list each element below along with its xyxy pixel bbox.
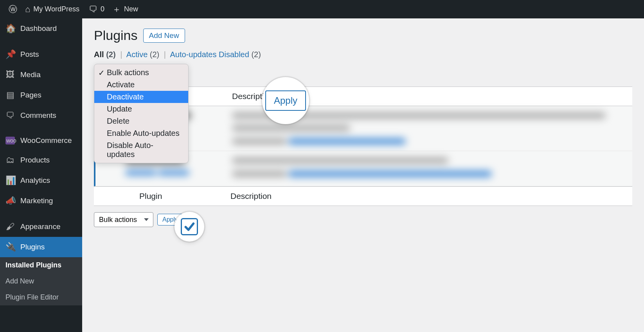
filter-active[interactable]: Active (2) (126, 50, 159, 59)
sidebar-item-label: Comments (20, 111, 56, 120)
bulk-actions-select-bottom[interactable]: Bulk actions (94, 212, 153, 227)
submenu-installed-plugins[interactable]: Installed Plugins (0, 257, 82, 273)
sidebar-item-marketing[interactable]: 📣Marketing (0, 191, 82, 211)
filter-auto-updates[interactable]: Auto-updates Disabled (2) (170, 50, 261, 59)
bottom-bulk-bar: Bulk actions Apply (94, 212, 632, 227)
bulk-option-deactivate[interactable]: Deactivate (94, 91, 188, 103)
bulk-actions-dropdown-open[interactable]: Bulk actions Activate Deactivate Update … (94, 64, 189, 163)
pin-icon: 📌 (5, 49, 15, 60)
bulk-option-activate[interactable]: Activate (94, 79, 188, 91)
sidebar-item-plugins[interactable]: 🔌Plugins (0, 237, 82, 257)
page-icon: ▤ (5, 90, 15, 100)
megaphone-icon: 📣 (5, 196, 15, 206)
sidebar-item-label: WooCommerce (20, 136, 72, 145)
apply-button-bottom[interactable]: Apply (157, 214, 183, 226)
wp-logo[interactable]: ⓦ (5, 0, 21, 18)
sidebar-item-label: Analytics (20, 176, 50, 185)
filter-tabs: All (2) | Active (2) | Auto-updates Disa… (94, 50, 632, 59)
plus-icon: ＋ (112, 4, 121, 15)
media-icon: 🖼 (5, 70, 15, 80)
new-link[interactable]: ＋New (108, 0, 142, 18)
comment-icon: 🗨 (5, 110, 15, 121)
sidebar-item-analytics[interactable]: 📊Analytics (0, 170, 82, 191)
sidebar-item-pages[interactable]: ▤Pages (0, 85, 82, 105)
sidebar-item-posts[interactable]: 📌Posts (0, 44, 82, 65)
sidebar-item-label: Dashboard (20, 24, 57, 33)
plugins-submenu: Installed Plugins Add New Plugin File Ed… (0, 257, 82, 305)
comment-count: 0 (101, 5, 104, 13)
bulk-option-update[interactable]: Update (94, 103, 188, 115)
col-description: Description (230, 191, 625, 201)
add-new-button[interactable]: Add New (143, 29, 185, 43)
analytics-icon: 📊 (5, 175, 15, 186)
bulk-option-disable-auto[interactable]: Disable Auto-updates (94, 139, 188, 161)
plug-icon: 🔌 (5, 242, 15, 252)
comment-icon: 🗨 (89, 4, 97, 14)
bulk-option-delete[interactable]: Delete (94, 115, 188, 127)
sidebar-item-label: Media (20, 70, 41, 79)
table-footer: Plugin Description (94, 186, 632, 206)
site-name: My WordPress (33, 5, 79, 13)
sidebar-item-label: Products (20, 156, 50, 164)
sidebar-item-label: Plugins (20, 243, 45, 251)
col-plugin: Plugin (124, 191, 219, 201)
sidebar-item-comments[interactable]: 🗨Comments (0, 105, 82, 126)
sidebar-item-appearance[interactable]: 🖌Appearance (0, 217, 82, 237)
sidebar-item-woocommerce[interactable]: wooWooCommerce (0, 131, 82, 150)
sidebar-item-dashboard[interactable]: 🏠Dashboard (0, 18, 82, 39)
sidebar-item-label: Posts (20, 50, 39, 59)
new-label: New (124, 5, 138, 13)
sidebar-item-media[interactable]: 🖼Media (0, 65, 82, 85)
bulk-option-enable-auto[interactable]: Enable Auto-updates (94, 127, 188, 139)
admin-topbar: ⓦ ⌂My WordPress 🗨0 ＋New (0, 0, 644, 18)
brush-icon: 🖌 (5, 222, 15, 232)
filter-all[interactable]: All (2) (94, 50, 116, 59)
main-content: Plugins Add New All (2) | Active (2) | A… (82, 18, 644, 332)
submenu-add-new[interactable]: Add New (0, 273, 82, 289)
sidebar-item-label: Marketing (20, 197, 53, 205)
sidebar-item-products[interactable]: 🗂Products (0, 150, 82, 170)
sidebar-item-label: Pages (20, 91, 41, 99)
products-icon: 🗂 (5, 155, 15, 165)
bulk-option-bulk-actions[interactable]: Bulk actions (94, 67, 188, 79)
dashboard-icon: 🏠 (5, 23, 15, 34)
page-title: Plugins (94, 28, 138, 43)
col-description: Description (232, 92, 625, 101)
wordpress-icon: ⓦ (9, 4, 17, 15)
home-icon: ⌂ (25, 4, 30, 14)
sidebar-item-label: Appearance (20, 222, 60, 231)
comments-link[interactable]: 🗨0 (85, 0, 108, 18)
submenu-plugin-file-editor[interactable]: Plugin File Editor (0, 289, 82, 305)
admin-sidebar: 🏠Dashboard 📌Posts 🖼Media ▤Pages 🗨Comment… (0, 18, 82, 332)
woo-icon: woo (5, 137, 15, 144)
site-link[interactable]: ⌂My WordPress (21, 0, 83, 18)
